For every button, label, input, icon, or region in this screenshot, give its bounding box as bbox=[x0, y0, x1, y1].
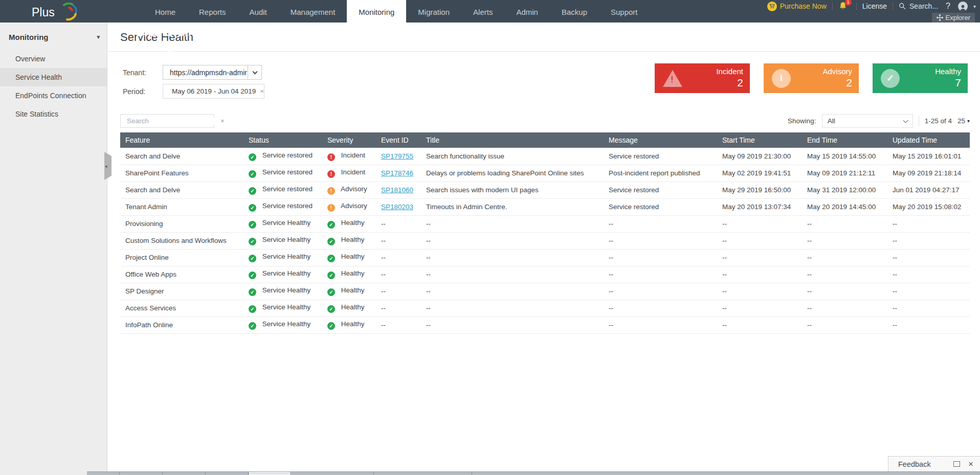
notification-badge: 1 bbox=[845, 0, 852, 6]
tenant-label: Tenant: bbox=[123, 69, 163, 77]
cell-title: Delays or problems loading SharePoint On… bbox=[422, 165, 605, 182]
cell-updated-time: Jun 01 2019 04:27:17 bbox=[888, 182, 970, 198]
table-row: Project Online✓ Service Healthy✓ Healthy… bbox=[120, 249, 970, 266]
cell-severity: ! Advisory bbox=[323, 182, 377, 198]
cell-feature: Tenant Admin bbox=[120, 198, 244, 215]
cell-feature: Search and Delve bbox=[120, 148, 244, 165]
tab-home[interactable]: Home bbox=[143, 1, 187, 22]
cell-updated-time: -- bbox=[888, 232, 970, 249]
table-search-input[interactable] bbox=[121, 117, 220, 125]
sidebar-item-overview[interactable]: Overview bbox=[0, 50, 107, 68]
help-button[interactable]: ? bbox=[944, 2, 952, 11]
cell-end-time: -- bbox=[803, 283, 888, 300]
tab-reports[interactable]: Reports bbox=[187, 1, 238, 22]
taskbar-active-segment bbox=[249, 472, 290, 475]
showing-label: Showing: bbox=[788, 117, 816, 125]
cell-end-time: May 15 2019 14:55:00 bbox=[803, 148, 888, 165]
event-id-link[interactable]: SP179755 bbox=[381, 152, 413, 160]
cell-end-time: -- bbox=[803, 316, 888, 333]
period-picker[interactable]: May 06 2019 - Jun 04 2019 × bbox=[163, 84, 264, 99]
app-logo[interactable]: SharePoint Manager Plus bbox=[28, 3, 78, 21]
sidebar-header-monitoring[interactable]: Monitoring ▾ bbox=[0, 22, 107, 50]
license-link[interactable]: License bbox=[862, 2, 887, 10]
check-circle-icon: ✓ bbox=[327, 272, 335, 279]
sidebar-item-site-statistics[interactable]: Site Statistics bbox=[0, 105, 107, 123]
explorer-button[interactable]: Explorer bbox=[932, 13, 975, 22]
collapse-arrow-icon: ◂ bbox=[105, 164, 107, 169]
purchase-now-button[interactable]: Purchase Now bbox=[767, 2, 827, 11]
cell-end-time: May 31 2019 12:00:00 bbox=[803, 182, 888, 198]
sidebar-items: OverviewService HealthEndPoints Connecti… bbox=[0, 50, 107, 123]
purchase-now-label: Purchase Now bbox=[780, 2, 827, 10]
info-circle-icon: i bbox=[772, 69, 795, 88]
cell-status: ✓ Service Healthy bbox=[244, 249, 323, 266]
cell-feature: Project Online bbox=[120, 249, 244, 266]
tab-admin[interactable]: Admin bbox=[504, 1, 550, 22]
main-nav: HomeReportsAuditManagementMonitoringMigr… bbox=[143, 0, 650, 22]
tab-audit[interactable]: Audit bbox=[238, 1, 279, 22]
main-content: Service Health Tenant: https://admpmsdn-… bbox=[108, 22, 980, 475]
column-header-feature[interactable]: Feature bbox=[120, 132, 244, 148]
tab-management[interactable]: Management bbox=[279, 1, 347, 22]
event-id-link[interactable]: SP178746 bbox=[381, 169, 413, 177]
alert-circle-icon: ! bbox=[327, 170, 335, 178]
period-clear-icon[interactable]: × bbox=[260, 87, 264, 95]
tenant-select[interactable]: https://admpmsdn-admin.sha bbox=[163, 65, 262, 80]
table-row: SP Designer✓ Service Healthy✓ Healthy---… bbox=[120, 283, 970, 300]
status-summary-cards: !Incident2iAdvisory2✓Healthy7 bbox=[655, 63, 968, 93]
tab-backup[interactable]: Backup bbox=[550, 1, 599, 22]
cell-start-time: May 20 2019 13:07:34 bbox=[718, 198, 803, 215]
column-header-event-id[interactable]: Event ID bbox=[377, 132, 422, 148]
showing-filter-select[interactable]: All bbox=[822, 114, 913, 128]
column-header-end-time[interactable]: End Time bbox=[803, 132, 888, 148]
feedback-close-icon[interactable]: × bbox=[968, 460, 973, 468]
period-value: May 06 2019 - Jun 04 2019 bbox=[172, 87, 256, 95]
card-label: Healthy bbox=[904, 67, 961, 77]
search-clear-icon[interactable]: × bbox=[220, 117, 225, 125]
cell-updated-time: -- bbox=[888, 283, 970, 300]
tab-migration[interactable]: Migration bbox=[406, 1, 461, 22]
user-avatar-icon[interactable] bbox=[958, 2, 968, 11]
column-header-start-time[interactable]: Start Time bbox=[718, 132, 803, 148]
global-search-button[interactable]: Search... bbox=[899, 2, 938, 10]
tenant-select-chevron[interactable] bbox=[248, 65, 261, 79]
cell-event-id: -- bbox=[377, 266, 422, 283]
cell-status: ✓ Service restored bbox=[244, 165, 323, 182]
column-header-updated-time[interactable]: Updated Time bbox=[888, 132, 970, 148]
table-row: Search and Delve✓ Service restored! Inci… bbox=[120, 148, 970, 165]
column-header-title[interactable]: Title bbox=[422, 132, 605, 148]
filter-controls: Tenant: https://admpmsdn-admin.sha Perio… bbox=[108, 52, 980, 113]
check-circle-icon: ✓ bbox=[327, 238, 335, 245]
feedback-maximize-icon[interactable] bbox=[953, 461, 960, 467]
card-advisory[interactable]: iAdvisory2 bbox=[764, 63, 859, 93]
sidebar-collapse-handle[interactable]: ◂ bbox=[104, 152, 112, 180]
column-header-message[interactable]: Message bbox=[605, 132, 718, 148]
tab-support[interactable]: Support bbox=[599, 1, 650, 22]
user-menu-caret-icon[interactable]: ▾ bbox=[973, 4, 976, 9]
card-count: 7 bbox=[904, 76, 961, 89]
cell-status: ✓ Service restored bbox=[244, 148, 323, 165]
check-circle-icon: ✓ bbox=[327, 255, 335, 262]
logo-swirl-icon bbox=[57, 1, 78, 21]
feedback-label: Feedback bbox=[898, 460, 953, 468]
tab-monitoring[interactable]: Monitoring bbox=[347, 0, 406, 22]
card-incident[interactable]: !Incident2 bbox=[655, 63, 750, 93]
cell-message: -- bbox=[605, 283, 718, 300]
chevron-down-icon bbox=[903, 118, 908, 123]
sidebar-item-service-health[interactable]: Service Health bbox=[0, 68, 107, 86]
card-healthy[interactable]: ✓Healthy7 bbox=[873, 63, 968, 93]
event-id-link[interactable]: SP181060 bbox=[381, 186, 413, 194]
cell-end-time: -- bbox=[803, 215, 888, 232]
notifications-bell-icon[interactable]: 1 bbox=[838, 1, 851, 11]
cell-message: -- bbox=[605, 300, 718, 316]
sidebar-item-endpoints-connection[interactable]: EndPoints Connection bbox=[0, 86, 107, 105]
cell-status: ✓ Service Healthy bbox=[244, 316, 323, 333]
tab-alerts[interactable]: Alerts bbox=[461, 1, 504, 22]
cell-message: Service restored bbox=[605, 148, 718, 165]
event-id-link[interactable]: SP180203 bbox=[381, 203, 413, 211]
column-header-status[interactable]: Status bbox=[244, 132, 323, 148]
column-header-severity[interactable]: Severity bbox=[323, 132, 377, 148]
cell-status: ✓ Service Healthy bbox=[244, 232, 323, 249]
page-size-select[interactable]: 25 ▾ bbox=[957, 117, 970, 125]
table-row: SharePoint Features✓ Service restored! I… bbox=[120, 165, 970, 182]
